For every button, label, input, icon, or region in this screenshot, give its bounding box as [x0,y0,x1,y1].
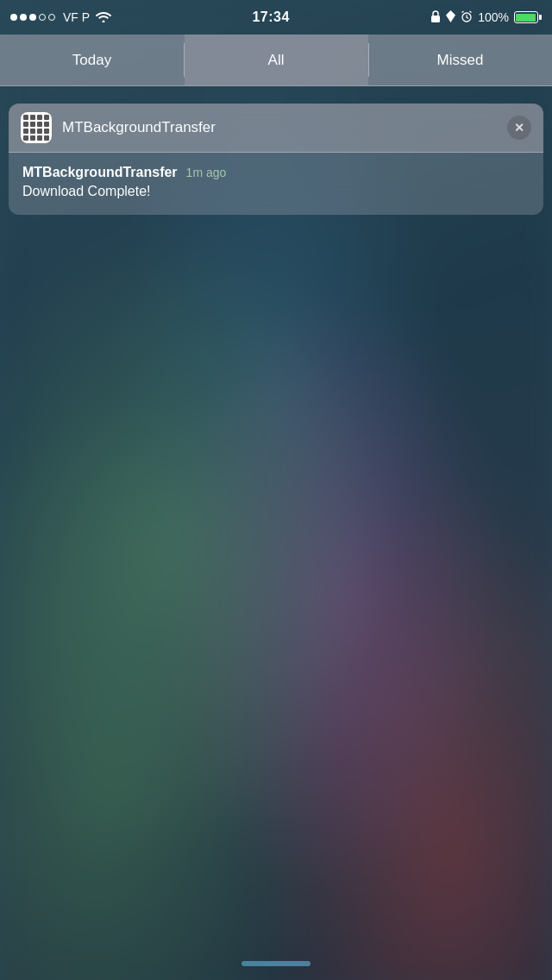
alarm-icon [461,10,473,25]
notification-message: Download Complete! [22,184,530,199]
notification-body: MTBackgroundTransfer 1m ago Download Com… [9,153,543,215]
notification-top-row: MTBackgroundTransfer 1m ago [22,165,530,180]
close-button[interactable]: ✕ [507,116,531,140]
notification-app-name: MTBackgroundTransfer [62,119,507,136]
tab-all[interactable]: All [185,35,368,85]
notification-tabs: Today All Missed [0,35,552,86]
tab-missed[interactable]: Missed [368,35,552,85]
notification-time: 1m ago [186,166,227,179]
battery-icon [514,11,542,23]
location-icon [446,10,455,25]
wifi-icon [96,10,111,25]
bottom-handle[interactable] [242,961,310,966]
notification-header: MTBackgroundTransfer ✕ [9,104,543,153]
signal-dot-4 [39,14,46,21]
carrier-label: VF P [63,10,90,24]
svg-rect-0 [431,16,440,22]
lock-icon [430,10,441,25]
signal-dot-2 [20,14,27,21]
signal-dot-1 [10,14,17,21]
signal-dot-5 [48,14,55,21]
signal-dots [10,14,55,21]
signal-dot-3 [29,14,36,21]
status-bar: VF P 17:34 [0,0,552,35]
status-left: VF P [10,10,111,25]
status-right: 100% [430,10,542,25]
battery-percent: 100% [478,10,509,24]
status-time: 17:34 [252,9,289,25]
notification-title: MTBackgroundTransfer [22,165,178,180]
tab-today[interactable]: Today [0,35,184,85]
app-icon [21,112,52,143]
notification-card[interactable]: MTBackgroundTransfer ✕ MTBackgroundTrans… [9,104,543,215]
